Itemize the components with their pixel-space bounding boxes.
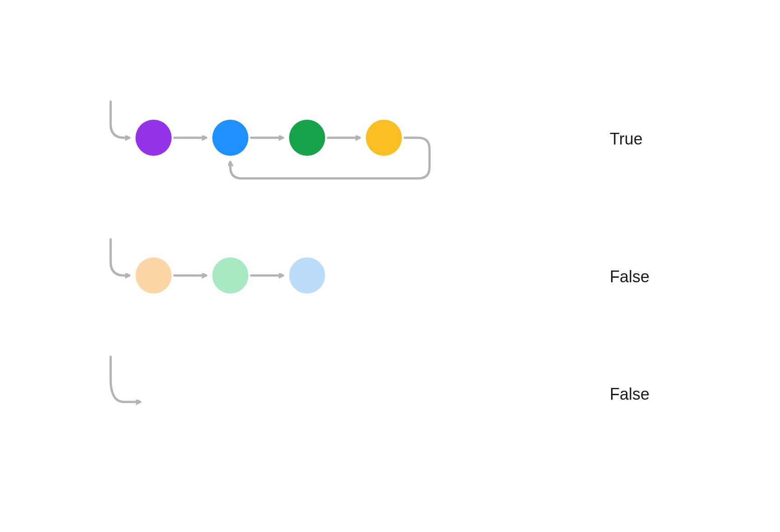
row-1-label: True <box>610 130 643 149</box>
entry-arrow-row-3 <box>111 357 140 402</box>
entry-arrow-row-1 <box>111 102 129 138</box>
diagram-canvas: True False False <box>0 0 780 532</box>
node-lightgreen-faded <box>212 257 248 294</box>
node-purple <box>135 120 172 156</box>
row-2-label: False <box>610 267 649 286</box>
node-lightblue-faded <box>289 257 325 294</box>
diagram-svg <box>0 0 780 532</box>
node-yellow <box>366 120 402 156</box>
row-3-label: False <box>610 385 649 404</box>
node-green <box>289 120 325 156</box>
entry-arrow-row-2 <box>111 239 129 275</box>
node-orange-faded <box>135 257 172 294</box>
node-blue <box>212 120 248 156</box>
